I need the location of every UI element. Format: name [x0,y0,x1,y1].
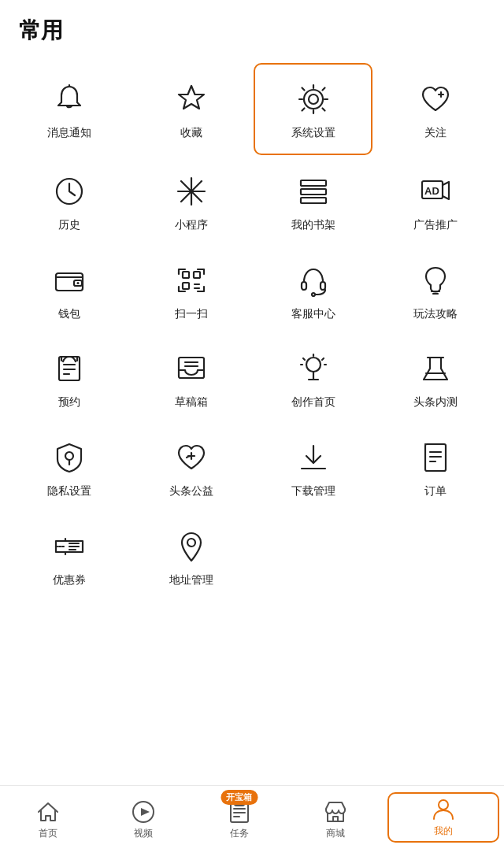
scan-icon [171,260,212,301]
ticket-icon [49,526,90,567]
wallet-icon [49,260,90,301]
nav-item-home[interactable]: 首页 [0,795,96,840]
nav-home-icon [35,799,61,825]
nav-play-icon [131,799,156,825]
nav-label-home: 首页 [39,827,57,840]
grid-item-label-wallet: 钱包 [58,307,80,321]
svg-point-37 [306,358,321,372]
svg-point-47 [65,452,73,460]
nav-person-icon [431,797,456,822]
nav-label-mine: 我的 [434,825,453,838]
page-title: 常用 [0,0,504,54]
bookshelf-icon [293,171,334,212]
grid-item-service[interactable]: 客服中心 [252,246,374,335]
grid-item-label-settings: 系统设置 [291,126,335,139]
grid-item-label-orders: 订单 [424,484,447,498]
grid-item-coupon[interactable]: 优惠券 [8,512,130,601]
grid-item-follow[interactable]: 关注 [374,61,496,157]
lamp-icon [293,348,334,389]
charity-icon [171,437,212,478]
bottom-nav: 首页 视频开宝箱 任务 商城 我的 [0,785,504,856]
svg-rect-18 [183,272,189,278]
star-icon [171,79,212,120]
grid-item-label-booking: 预约 [58,395,80,409]
grid-item-orders[interactable]: 订单 [374,423,496,512]
nav-label-task: 任务 [230,827,249,840]
grid-item-settings[interactable]: 系统设置 [254,63,372,155]
sparkle-icon [171,171,212,212]
svg-rect-10 [301,180,326,186]
nav-item-video[interactable]: 视频 [96,795,192,840]
grid-item-wallet[interactable]: 钱包 [8,246,130,335]
grid-item-scan[interactable]: 扫一扫 [130,246,252,335]
grid-item-miniapp[interactable]: 小程序 [130,157,252,246]
grid-item-label-history: 历史 [58,218,80,232]
grid-item-label-drafts: 草稿箱 [175,395,208,409]
grid-item-beta[interactable]: 头条内测 [374,334,496,423]
svg-rect-19 [194,272,200,278]
grid-item-adpromo[interactable]: AD 广告推广 [374,157,496,246]
inbox-icon [171,348,212,389]
svg-rect-11 [301,189,326,195]
open-box-badge: 开宝箱 [220,790,258,805]
svg-marker-1 [179,86,204,109]
location-icon [171,526,212,567]
headset-icon [293,260,334,301]
svg-point-17 [76,282,79,284]
checklist-icon [49,348,90,389]
grid-item-label-download: 下载管理 [291,484,335,498]
download-icon [293,437,334,478]
svg-text:AD: AD [424,185,439,197]
grid-item-charity[interactable]: 头条公益 [130,423,252,512]
main-content: 常用 消息通知 收藏 系统设置 关注 历史 小程序 我的书架 [0,0,504,785]
grid-container: 消息通知 收藏 系统设置 关注 历史 小程序 我的书架 AD 广告推广 [0,54,504,609]
grid-item-bookshelf[interactable]: 我的书架 [252,157,374,246]
grid-item-drafts[interactable]: 草稿箱 [130,334,252,423]
grid-item-gameplay[interactable]: 玩法攻略 [374,246,496,335]
grid-item-label-scan: 扫一扫 [175,307,208,321]
shield-icon [49,437,90,478]
bell-icon [49,79,90,120]
grid-item-label-beta: 头条内测 [413,395,458,409]
gear-icon [293,79,334,120]
svg-point-70 [439,800,448,810]
grid-item-label-creative: 创作首页 [291,395,335,409]
grid-item-label-service: 客服中心 [291,307,335,321]
grid-item-label-privacy: 隐私设置 [47,484,91,498]
nav-item-task[interactable]: 开宝箱 任务 [191,795,287,840]
grid-item-label-bookshelf: 我的书架 [291,218,335,232]
clock-icon [49,171,90,212]
grid-item-label-gameplay: 玩法攻略 [413,307,458,321]
svg-point-62 [187,539,195,547]
grid-item-history[interactable]: 历史 [8,157,130,246]
grid-item-address[interactable]: 地址管理 [130,512,252,601]
svg-line-42 [322,358,324,360]
nav-item-mine[interactable]: 我的 [387,792,499,843]
grid-item-label-adpromo: 广告推广 [413,218,458,232]
nav-item-shop[interactable]: 商城 [287,795,384,840]
svg-point-25 [312,293,315,296]
ad-icon: AD [415,171,456,212]
grid-item-booking[interactable]: 预约 [8,334,130,423]
grid-item-label-message: 消息通知 [47,126,91,139]
grid-item-creative[interactable]: 创作首页 [252,334,374,423]
nav-label-shop: 商城 [326,827,345,840]
svg-rect-12 [301,198,326,203]
grid-item-label-charity: 头条公益 [169,484,213,498]
nav-label-video: 视频 [134,827,153,840]
grid-item-message[interactable]: 消息通知 [8,61,130,157]
grid-item-privacy[interactable]: 隐私设置 [8,423,130,512]
flask-icon [415,348,456,389]
grid-item-label-miniapp: 小程序 [175,218,208,232]
grid-item-collect[interactable]: 收藏 [130,61,252,157]
svg-rect-23 [302,282,306,290]
svg-line-41 [303,358,305,360]
svg-point-2 [309,94,318,104]
grid-item-label-coupon: 优惠券 [53,573,86,587]
grid-item-download[interactable]: 下载管理 [252,423,374,512]
svg-rect-20 [183,283,189,289]
svg-rect-24 [321,282,325,290]
heart-plus-icon [415,79,456,120]
grid-item-label-follow: 关注 [424,126,447,139]
bulb-icon [415,260,456,301]
